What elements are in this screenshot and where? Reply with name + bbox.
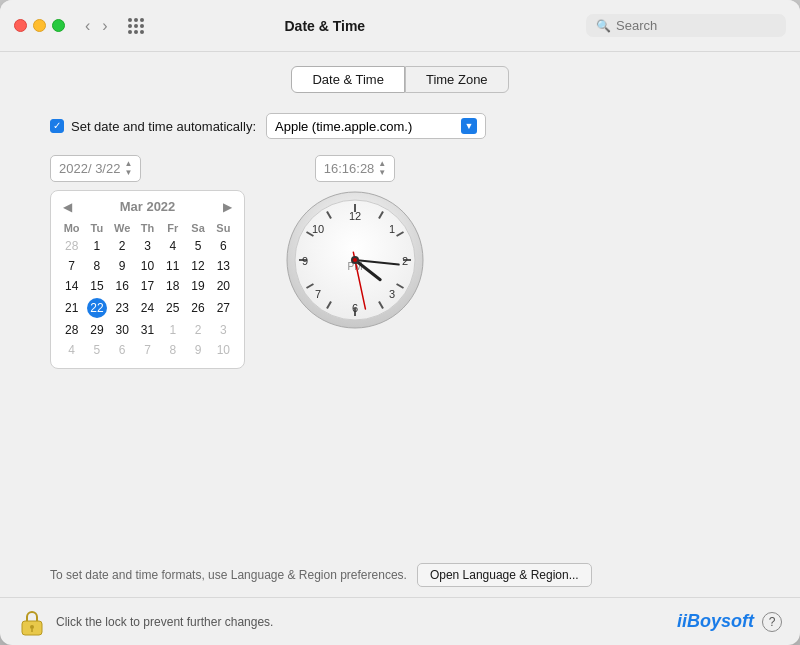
cal-weekday: Tu: [84, 220, 109, 236]
auto-checkbox-label[interactable]: Set date and time automatically:: [50, 119, 256, 134]
open-language-region-button[interactable]: Open Language & Region...: [417, 563, 592, 587]
calendar-day[interactable]: 17: [135, 276, 160, 296]
calendar-day[interactable]: 5: [185, 236, 210, 256]
calendar-day[interactable]: 9: [110, 256, 135, 276]
calendar-day[interactable]: 1: [160, 320, 185, 340]
calendar-day[interactable]: 28: [59, 236, 84, 256]
calendar-day[interactable]: 4: [160, 236, 185, 256]
calendar-day[interactable]: 3: [135, 236, 160, 256]
minimize-button[interactable]: [33, 19, 46, 32]
calendar-day[interactable]: 18: [160, 276, 185, 296]
calendar-day[interactable]: 12: [185, 256, 210, 276]
footer-text: To set date and time formats, use Langua…: [50, 568, 407, 582]
calendar-day[interactable]: 9: [185, 340, 210, 360]
svg-text:2: 2: [402, 255, 408, 267]
search-box[interactable]: 🔍: [586, 14, 786, 37]
search-icon: 🔍: [596, 19, 611, 33]
search-input[interactable]: [616, 18, 776, 33]
calendar-day[interactable]: 10: [135, 256, 160, 276]
calendar-header: ◀ Mar 2022 ▶: [59, 199, 236, 214]
calendar-day[interactable]: 22: [84, 296, 109, 320]
calendar-day[interactable]: 8: [160, 340, 185, 360]
calendar-day[interactable]: 6: [110, 340, 135, 360]
calendar-day[interactable]: 30: [110, 320, 135, 340]
calendar-week-row: 21222324252627: [59, 296, 236, 320]
calendar-day[interactable]: 10: [211, 340, 236, 360]
calendar-day[interactable]: 3: [211, 320, 236, 340]
calendar-day[interactable]: 20: [211, 276, 236, 296]
calendar-day[interactable]: 24: [135, 296, 160, 320]
lock-area: Click the lock to prevent further change…: [18, 608, 273, 636]
calendar-day[interactable]: 1: [84, 236, 109, 256]
lock-icon[interactable]: [18, 608, 46, 636]
time-field[interactable]: 16:16:28 ▲ ▼: [315, 155, 396, 182]
tab-timezone[interactable]: Time Zone: [405, 66, 509, 93]
close-button[interactable]: [14, 19, 27, 32]
time-value: 16:16:28: [324, 161, 375, 176]
calendar-week-row: 28293031123: [59, 320, 236, 340]
calendar-day[interactable]: 15: [84, 276, 109, 296]
server-name: Apple (time.apple.com.): [275, 119, 455, 134]
clock-section: 16:16:28 ▲ ▼: [285, 155, 425, 330]
calendar-day[interactable]: 26: [185, 296, 210, 320]
calendar-day[interactable]: 6: [211, 236, 236, 256]
date-field[interactable]: 2022/ 3/22 ▲ ▼: [50, 155, 141, 182]
server-select[interactable]: Apple (time.apple.com.) ▼: [266, 113, 486, 139]
footer-message-row: To set date and time formats, use Langua…: [0, 547, 800, 597]
calendar-day[interactable]: 31: [135, 320, 160, 340]
analog-clock: 12 1 2 3 6 7 9 10 PM: [285, 190, 425, 330]
calendar-day[interactable]: 29: [84, 320, 109, 340]
calendar-day[interactable]: 16: [110, 276, 135, 296]
calendar-day[interactable]: 27: [211, 296, 236, 320]
calendar-day[interactable]: 28: [59, 320, 84, 340]
calendar-day[interactable]: 21: [59, 296, 84, 320]
calendar-day[interactable]: 2: [110, 236, 135, 256]
fullscreen-button[interactable]: [52, 19, 65, 32]
calendar-week-row: 28123456: [59, 236, 236, 256]
content: Date & Time Time Zone Set date and time …: [0, 52, 800, 597]
calendar-grid: MoTuWeThFrSaSu 2812345678910111213141516…: [59, 220, 236, 360]
calendar-day[interactable]: 13: [211, 256, 236, 276]
svg-text:7: 7: [315, 288, 321, 300]
auto-checkbox[interactable]: [50, 119, 64, 133]
bottom-right: iiBoysoft ?: [677, 611, 782, 632]
calendar-day[interactable]: 7: [135, 340, 160, 360]
calendar-day[interactable]: 7: [59, 256, 84, 276]
calendar: ◀ Mar 2022 ▶ MoTuWeThFrSaSu 281234567891…: [50, 190, 245, 369]
date-down-button[interactable]: ▼: [124, 169, 132, 177]
time-input-row: 16:16:28 ▲ ▼: [315, 155, 396, 182]
auto-label-text: Set date and time automatically:: [71, 119, 256, 134]
main-window: ‹ › Date & Time 🔍 Date & Time Time Zone: [0, 0, 800, 645]
cal-weekday: Th: [135, 220, 160, 236]
calendar-day[interactable]: 14: [59, 276, 84, 296]
date-stepper[interactable]: ▲ ▼: [124, 160, 132, 177]
datetime-row: 2022/ 3/22 ▲ ▼ ◀ Mar 2022 ▶: [50, 155, 750, 369]
calendar-day[interactable]: 23: [110, 296, 135, 320]
cal-prev-button[interactable]: ◀: [59, 200, 76, 214]
svg-text:12: 12: [349, 210, 361, 222]
calendar-day[interactable]: 2: [185, 320, 210, 340]
calendar-week-row: 78910111213: [59, 256, 236, 276]
tab-date-time[interactable]: Date & Time: [291, 66, 405, 93]
calendar-day[interactable]: 8: [84, 256, 109, 276]
calendar-month-year: Mar 2022: [120, 199, 176, 214]
time-up-button[interactable]: ▲: [378, 160, 386, 168]
time-stepper[interactable]: ▲ ▼: [378, 160, 386, 177]
calendar-day[interactable]: 11: [160, 256, 185, 276]
calendar-day[interactable]: 4: [59, 340, 84, 360]
traffic-lights: [14, 19, 65, 32]
calendar-day[interactable]: 5: [84, 340, 109, 360]
window-title: Date & Time: [72, 18, 578, 34]
tabs-row: Date & Time Time Zone: [0, 52, 800, 103]
date-value: 2022/ 3/22: [59, 161, 120, 176]
lock-text: Click the lock to prevent further change…: [56, 615, 273, 629]
date-up-button[interactable]: ▲: [124, 160, 132, 168]
svg-text:9: 9: [302, 255, 308, 267]
calendar-day[interactable]: 19: [185, 276, 210, 296]
time-down-button[interactable]: ▼: [378, 169, 386, 177]
calendar-day[interactable]: 25: [160, 296, 185, 320]
cal-next-button[interactable]: ▶: [219, 200, 236, 214]
calendar-week-row: 45678910: [59, 340, 236, 360]
bottom-bar: Click the lock to prevent further change…: [0, 597, 800, 645]
help-button[interactable]: ?: [762, 612, 782, 632]
